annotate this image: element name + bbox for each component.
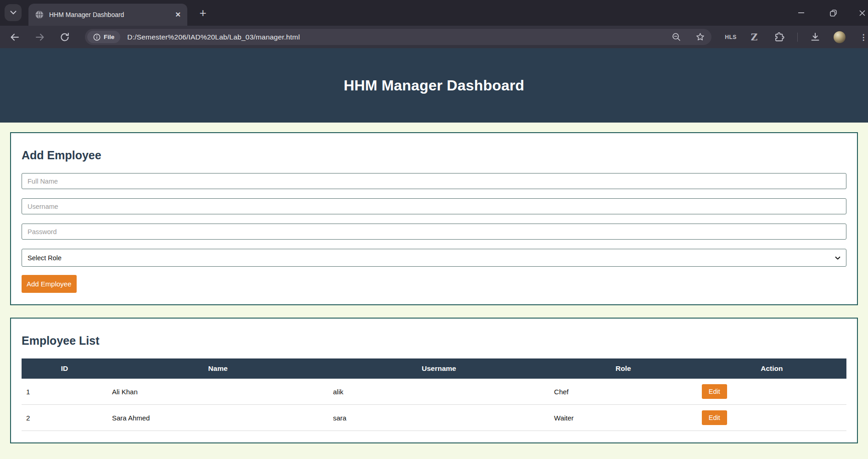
page-header: HHM Manager Dashboard xyxy=(0,48,868,123)
window-close-icon xyxy=(859,10,865,16)
main-container: Add Employee Select Role Add Employee Em… xyxy=(0,123,868,443)
add-employee-card: Add Employee Select Role Add Employee xyxy=(10,132,858,305)
browser-window: HHM Manager Dashboard ✕ + xyxy=(0,0,868,443)
browser-toolbar: File D:/Semester%206/IAD%20Lab/Lab_03/ma… xyxy=(0,26,868,48)
chevron-down-icon xyxy=(10,11,17,15)
address-bar-icons xyxy=(672,32,705,42)
profile-avatar[interactable] xyxy=(834,31,846,43)
column-header-username: Username xyxy=(328,358,549,379)
downloads-icon[interactable] xyxy=(809,32,821,43)
page-title: HHM Manager Dashboard xyxy=(344,77,525,94)
cell-role: Waiter xyxy=(549,405,697,431)
site-info-label: File xyxy=(104,34,114,40)
cell-name: Sara Ahmed xyxy=(107,405,329,431)
role-select-wrap: Select Role xyxy=(22,249,846,267)
address-bar[interactable]: File D:/Semester%206/IAD%20Lab/Lab_03/ma… xyxy=(85,29,711,45)
restore-icon xyxy=(830,10,837,17)
tab-title: HHM Manager Dashboard xyxy=(49,11,171,18)
tab-close-icon[interactable]: ✕ xyxy=(175,11,181,19)
employee-table: ID Name Username Role Action 1 Ali Khan … xyxy=(22,358,846,431)
edit-button[interactable]: Edit xyxy=(702,384,727,399)
minimize-button[interactable] xyxy=(795,6,807,19)
username-input[interactable] xyxy=(22,198,846,214)
tab-strip: HHM Manager Dashboard ✕ + xyxy=(0,0,868,26)
globe-favicon-icon xyxy=(35,10,44,19)
toolbar-divider xyxy=(797,33,798,42)
window-close-button[interactable] xyxy=(856,6,868,19)
url-text: D:/Semester%206/IAD%20Lab/Lab_03/manager… xyxy=(127,33,300,41)
cell-id: 1 xyxy=(22,379,107,405)
table-row: 2 Sara Ahmed sara Waiter Edit xyxy=(22,405,846,431)
z-extension-icon[interactable]: Z xyxy=(748,32,760,43)
site-info-chip[interactable]: File xyxy=(87,31,120,43)
hls-extension-icon[interactable]: HLS xyxy=(722,32,739,43)
column-header-name: Name xyxy=(107,358,329,379)
full-name-input[interactable] xyxy=(22,173,846,189)
cell-name: Ali Khan xyxy=(107,379,329,405)
tab-search-button[interactable] xyxy=(5,4,22,21)
reload-icon xyxy=(60,32,70,42)
extensions-puzzle-icon[interactable] xyxy=(773,32,784,43)
browser-tab[interactable]: HHM Manager Dashboard ✕ xyxy=(28,4,187,26)
employee-list-heading: Employee List xyxy=(22,334,846,347)
restore-button[interactable] xyxy=(827,6,840,19)
add-employee-button[interactable]: Add Employee xyxy=(22,275,77,293)
cell-id: 2 xyxy=(22,405,107,431)
forward-icon xyxy=(35,32,45,42)
column-header-id: ID xyxy=(22,358,107,379)
browser-menu-icon[interactable]: ⋮ xyxy=(859,32,868,43)
reload-button[interactable] xyxy=(60,32,70,42)
bookmark-star-icon[interactable] xyxy=(695,32,705,42)
table-row: 1 Ali Khan alik Chef Edit xyxy=(22,379,846,405)
forward-button[interactable] xyxy=(35,32,45,42)
zoom-out-icon[interactable] xyxy=(672,32,681,42)
page-content: HHM Manager Dashboard Add Employee Selec… xyxy=(0,48,868,443)
edit-button[interactable]: Edit xyxy=(702,410,727,425)
cell-username: alik xyxy=(328,379,549,405)
column-header-role: Role xyxy=(549,358,697,379)
new-tab-button[interactable]: + xyxy=(196,6,210,20)
cell-role: Chef xyxy=(549,379,697,405)
back-button[interactable] xyxy=(10,32,20,42)
role-select[interactable]: Select Role xyxy=(22,249,846,267)
info-icon xyxy=(93,34,101,41)
password-input[interactable] xyxy=(22,224,846,240)
employee-list-card: Employee List ID Name Username Role Acti… xyxy=(10,318,858,443)
minimize-icon xyxy=(798,12,804,13)
cell-username: sara xyxy=(328,405,549,431)
back-icon xyxy=(10,32,20,42)
column-header-action: Action xyxy=(697,358,846,379)
add-employee-heading: Add Employee xyxy=(22,149,846,162)
table-header-row: ID Name Username Role Action xyxy=(22,358,846,379)
